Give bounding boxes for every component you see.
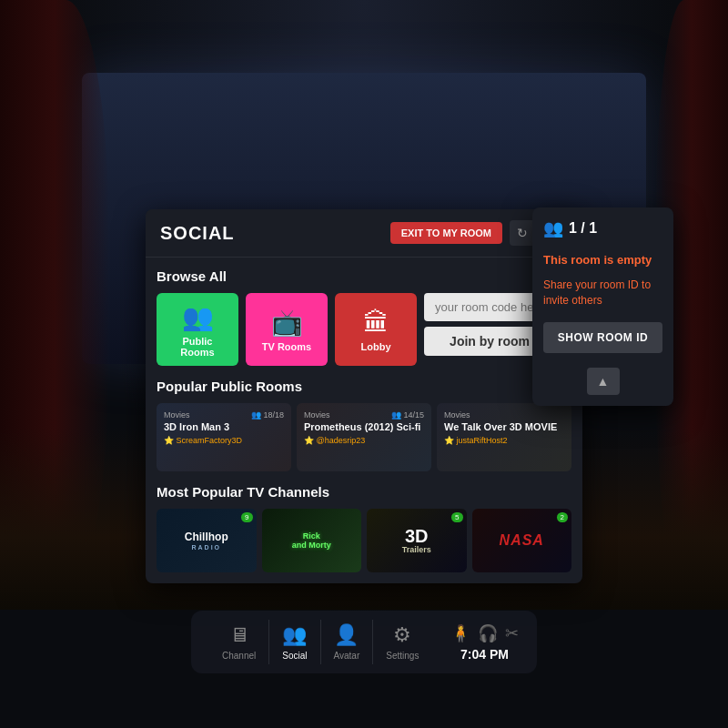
tv-channels-grid: 9 Chillhop RADIO Rickand Morty 5 3D Trai… xyxy=(157,509,571,572)
share-text: Share your room ID to invite others xyxy=(543,278,662,308)
room-card-prometheus[interactable]: Movies 👥 14/15 Prometheus (2012) Sci-fi … xyxy=(297,403,431,471)
public-rooms-icon: 👥 xyxy=(182,302,214,332)
user-status-icon: 🧍 xyxy=(450,623,470,643)
popular-public-rooms-title: Popular Public Rooms xyxy=(157,379,571,394)
exit-to-my-room-button[interactable]: EXIT TO MY ROOM xyxy=(390,222,502,244)
tv-channels-title: Most Popular TV Channels xyxy=(157,484,571,500)
trailers-badge: 5 xyxy=(451,512,462,522)
room-card-talk-over[interactable]: Movies We Talk Over 3D MOVIE ⭐ justaRift… xyxy=(437,403,571,471)
social-body: Browse All 👥 Public Rooms 📺 TV Rooms 🏛 L… xyxy=(146,258,582,583)
room-category: Movies 👥 18/18 xyxy=(164,410,284,420)
public-rooms-card[interactable]: 👥 Public Rooms xyxy=(157,293,238,366)
avatar-icon: 👤 xyxy=(334,623,359,647)
room-card-iron-man[interactable]: Movies 👥 18/18 3D Iron Man 3 ⭐ ScreamFac… xyxy=(157,403,291,471)
users-count: 1 / 1 xyxy=(569,220,597,237)
scroll-up-button[interactable]: ▲ xyxy=(587,368,620,395)
chillhop-badge: 9 xyxy=(241,512,252,522)
mic-status-icon: 🎧 xyxy=(478,623,498,643)
refresh-button[interactable]: ↻ xyxy=(510,220,535,246)
room-category: Movies 👥 14/15 xyxy=(304,410,424,420)
room-host: ⭐ ScreamFactory3D xyxy=(164,436,284,445)
bottom-nav-bar: 🖥 Channel 👥 Social 👤 Avatar ⚙ Settings 🧍… xyxy=(191,611,537,673)
rooms-grid: Movies 👥 18/18 3D Iron Man 3 ⭐ ScreamFac… xyxy=(157,403,571,471)
nav-item-channel[interactable]: 🖥 Channel xyxy=(209,620,269,664)
room-name: 3D Iron Man 3 xyxy=(164,421,284,432)
status-area: 🧍 🎧 ✂ 7:04 PM xyxy=(438,623,519,662)
users-indicator: 👥 1 / 1 xyxy=(543,218,662,238)
room-card-content: Movies 👥 14/15 Prometheus (2012) Sci-fi … xyxy=(304,410,424,445)
social-panel: SOCIAL EXIT TO MY ROOM ↻ — Browse All 👥 … xyxy=(146,209,582,583)
room-host: ⭐ justaRiftHost2 xyxy=(444,436,564,445)
settings-icon: ⚙ xyxy=(393,623,411,647)
nasa-label: NASA xyxy=(500,532,544,549)
users-icon: 👥 xyxy=(543,218,563,238)
avatar-label: Avatar xyxy=(334,651,360,661)
tv-rooms-label: TV Rooms xyxy=(262,341,311,352)
nasa-badge: 2 xyxy=(557,512,568,522)
tv-card-rick-morty[interactable]: Rickand Morty xyxy=(262,509,362,572)
rick-morty-label: Rickand Morty xyxy=(292,531,331,550)
lobby-label: Lobby xyxy=(361,341,391,352)
settings-label: Settings xyxy=(386,651,419,661)
nav-item-avatar[interactable]: 👤 Avatar xyxy=(321,620,374,664)
chillhop-label: Chillhop RADIO xyxy=(185,531,228,550)
room-host: ⭐ @hadesrip23 xyxy=(304,436,424,445)
tv-rooms-card[interactable]: 📺 TV Rooms xyxy=(246,293,328,366)
right-panel: 👥 1 / 1 This room is empty Share your ro… xyxy=(532,207,673,406)
show-room-id-button[interactable]: SHOW ROOM ID xyxy=(543,322,662,353)
empty-room-text: This room is empty xyxy=(543,253,662,268)
room-name: Prometheus (2012) Sci-fi xyxy=(304,421,424,432)
status-icons: 🧍 🎧 ✂ xyxy=(450,623,519,643)
room-user-count: 👥 14/15 xyxy=(391,410,424,420)
channel-label: Channel xyxy=(222,651,256,661)
nav-item-social[interactable]: 👥 Social xyxy=(269,620,320,664)
social-label: Social xyxy=(282,651,307,661)
camera-status-icon: ✂ xyxy=(505,623,519,643)
nav-items: 🖥 Channel 👥 Social 👤 Avatar ⚙ Settings xyxy=(209,620,438,664)
tv-rooms-icon: 📺 xyxy=(271,308,303,338)
social-icon: 👥 xyxy=(282,623,307,647)
social-header: SOCIAL EXIT TO MY ROOM ↻ — xyxy=(146,209,582,258)
time-display: 7:04 PM xyxy=(460,647,509,662)
trailers-label: 3D Trailers xyxy=(402,527,431,554)
room-user-count: 👥 18/18 xyxy=(251,410,284,420)
room-name: We Talk Over 3D MOVIE xyxy=(444,421,564,432)
social-title: SOCIAL xyxy=(160,223,235,244)
browse-all-title: Browse All xyxy=(157,268,571,284)
public-rooms-label: Public Rooms xyxy=(166,336,229,358)
browse-grid: 👥 Public Rooms 📺 TV Rooms 🏛 Lobby Join b… xyxy=(157,293,571,366)
lobby-card[interactable]: 🏛 Lobby xyxy=(335,293,417,366)
lobby-icon: 🏛 xyxy=(363,308,389,338)
room-card-content: Movies 👥 18/18 3D Iron Man 3 ⭐ ScreamFac… xyxy=(164,410,284,445)
room-card-content: Movies We Talk Over 3D MOVIE ⭐ justaRift… xyxy=(444,410,564,445)
tv-card-chillhop[interactable]: 9 Chillhop RADIO xyxy=(157,509,257,572)
tv-card-trailers[interactable]: 5 3D Trailers xyxy=(367,509,467,572)
room-category: Movies xyxy=(444,410,564,420)
tv-card-nasa[interactable]: 2 NASA xyxy=(472,509,572,572)
nav-item-settings[interactable]: ⚙ Settings xyxy=(373,620,431,664)
channel-icon: 🖥 xyxy=(229,623,249,647)
